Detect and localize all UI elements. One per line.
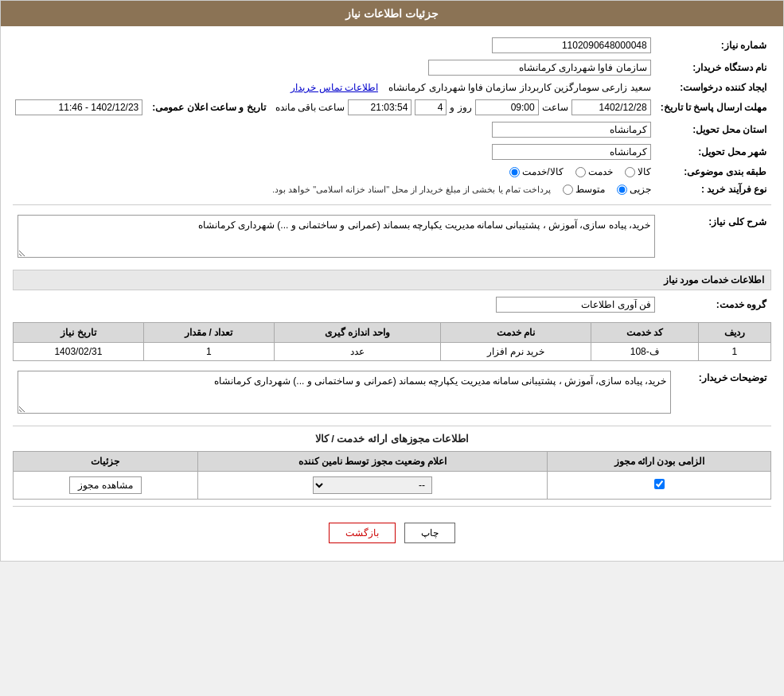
delivery-province-input[interactable] — [492, 122, 651, 138]
print-button[interactable]: چاپ — [404, 523, 455, 543]
permissions-table: الزامی بودن ارائه مجوز اعلام وضعیت مجوز … — [13, 451, 771, 500]
buyer-notes-row: توضیحات خریدار: خرید، پیاده سازی، آموزش … — [13, 367, 771, 419]
category-row: طبقه بندی موضوعی: کالا خدمت کالا/خدمت — [10, 163, 771, 181]
creator-value: سعید زارعی سومارگزین کاربرداز سازمان فاو… — [271, 79, 656, 96]
process-medium-label: متوسط — [575, 184, 605, 195]
back-button[interactable]: بازگشت — [329, 523, 396, 543]
col-unit: واحد اندازه گیری — [274, 323, 441, 343]
row-date: 1403/02/31 — [14, 343, 144, 361]
need-description-label: شرح کلی نیاز: — [660, 212, 771, 263]
view-permission-button[interactable]: مشاهده مجوز — [69, 476, 141, 494]
send-date-value: ساعت روز و ساعت باقی مانده — [271, 96, 656, 119]
send-days-input[interactable] — [415, 99, 447, 115]
perm-required-cell — [548, 472, 771, 500]
services-table-head: ردیف کد خدمت نام خدمت واحد اندازه گیری ت… — [14, 323, 771, 343]
service-group-row: گروه خدمت: — [13, 294, 771, 316]
process-note: پرداخت تمام یا بخشی از مبلغ خریدار از مح… — [272, 185, 551, 195]
category-goods-service-radio[interactable] — [509, 167, 520, 177]
col-name: نام خدمت — [441, 323, 591, 343]
col-row: ردیف — [698, 323, 770, 343]
row-number: 1 — [698, 343, 770, 361]
services-table-header-row: ردیف کد خدمت نام خدمت واحد اندازه گیری ت… — [14, 323, 771, 343]
permissions-row: -- مشاهده مجوز — [14, 472, 771, 500]
permissions-table-head: الزامی بودن ارائه مجوز اعلام وضعیت مجوز … — [14, 452, 771, 472]
send-date-input[interactable] — [571, 99, 651, 115]
process-value: جزیی متوسط پرداخت تمام یا بخشی از مبلغ خ… — [10, 181, 655, 198]
services-section-header: اطلاعات خدمات مورد نیاز — [13, 270, 771, 290]
col-quantity: تعداد / مقدار — [143, 323, 274, 343]
content-area: شماره نیاز: نام دستگاه خریدار: ایجاد کنن… — [1, 26, 783, 561]
category-goods-radio[interactable] — [625, 167, 635, 177]
divider-1 — [13, 204, 771, 205]
delivery-city-label: شهر محل تحویل: — [656, 141, 771, 163]
permissions-table-body: -- مشاهده مجوز — [14, 472, 771, 500]
process-row: نوع فرآیند خرید : جزیی متوسط پرداخت تمام… — [10, 181, 771, 198]
buyer-org-value — [271, 56, 656, 79]
announce-input[interactable] — [15, 99, 142, 115]
perm-status-cell: -- — [197, 472, 548, 500]
services-table: ردیف کد خدمت نام خدمت واحد اندازه گیری ت… — [13, 322, 771, 361]
process-medium-radio[interactable] — [563, 185, 573, 195]
category-service-radio[interactable] — [575, 167, 586, 177]
need-description-cell: خرید، پیاده سازی، آموزش ، پشتیبانی سامان… — [13, 212, 660, 263]
delivery-city-row: شهر محل تحویل: — [10, 141, 771, 163]
send-time-input[interactable] — [475, 99, 539, 115]
process-label: نوع فرآیند خرید : — [656, 181, 771, 198]
need-description-textarea[interactable]: خرید، پیاده سازی، آموزش ، پشتیبانی سامان… — [18, 215, 655, 258]
row-code: ف-108 — [591, 343, 698, 361]
category-goods-service-label: کالا/خدمت — [522, 166, 563, 177]
buyer-org-input[interactable] — [428, 60, 651, 76]
send-days-label: روز و — [450, 102, 471, 113]
creator-label: ایجاد کننده درخواست: — [656, 79, 771, 96]
buyer-notes-textarea[interactable]: خرید، پیاده سازی، آموزش ، پشتیبانی سامان… — [18, 371, 671, 414]
buyer-notes-label: توضیحات خریدار: — [676, 367, 771, 419]
delivery-city-input[interactable] — [492, 144, 651, 160]
perm-required-checkbox[interactable] — [654, 479, 665, 489]
process-medium-item[interactable]: متوسط — [563, 184, 605, 195]
category-goods-label: کالا — [638, 166, 651, 177]
delivery-city-value — [271, 141, 656, 163]
perm-status-select[interactable]: -- — [313, 476, 432, 494]
delivery-province-row: استان محل تحویل: — [10, 119, 771, 141]
category-goods-service-item[interactable]: کالا/خدمت — [509, 166, 563, 177]
perm-details-cell: مشاهده مجوز — [14, 472, 198, 500]
services-table-body: 1 ف-108 خرید نرم افزار عدد 1 1403/02/31 — [14, 343, 771, 361]
process-partial-radio[interactable] — [617, 185, 627, 195]
buyer-notes-table: توضیحات خریدار: خرید، پیاده سازی، آموزش … — [13, 367, 771, 419]
category-goods-item[interactable]: کالا — [625, 166, 651, 177]
need-number-label: شماره نیاز: — [656, 34, 771, 56]
process-partial-label: جزیی — [630, 184, 651, 195]
category-service-item[interactable]: خدمت — [575, 166, 613, 177]
category-label: طبقه بندی موضوعی: — [656, 163, 771, 181]
perm-col-required: الزامی بودن ارائه مجوز — [548, 452, 771, 472]
service-group-value — [13, 294, 660, 316]
need-description-row: شرح کلی نیاز: خرید، پیاده سازی، آموزش ، … — [13, 212, 771, 263]
permissions-header-row: الزامی بودن ارائه مجوز اعلام وضعیت مجوز … — [14, 452, 771, 472]
send-time-label: ساعت — [542, 102, 568, 113]
page-wrapper: جزئیات اطلاعات نیاز شماره نیاز: نام دستگ… — [0, 0, 784, 562]
divider-3 — [13, 506, 771, 507]
announce-label: تاریخ و ساعت اعلان عمومی: — [147, 96, 270, 119]
row-service-name: خرید نرم افزار — [441, 343, 591, 361]
delivery-province-label: استان محل تحویل: — [656, 119, 771, 141]
perm-col-status: اعلام وضعیت مجوز توسط نامین کننده — [197, 452, 548, 472]
page-header: جزئیات اطلاعات نیاز — [1, 1, 783, 26]
buyer-org-label: نام دستگاه خریدار: — [656, 56, 771, 79]
remaining-time-input[interactable] — [348, 99, 412, 115]
col-code: کد خدمت — [591, 323, 698, 343]
page-title: جزئیات اطلاعات نیاز — [345, 7, 439, 20]
need-number-input[interactable] — [492, 37, 651, 53]
delivery-province-value — [271, 119, 656, 141]
process-partial-item[interactable]: جزیی — [617, 184, 651, 195]
main-info-table: شماره نیاز: نام دستگاه خریدار: ایجاد کنن… — [10, 34, 771, 198]
service-group-input[interactable] — [496, 297, 655, 313]
creator-text: سعید زارعی سومارگزین کاربرداز سازمان فاو… — [388, 82, 650, 93]
remaining-time-label: ساعت باقی مانده — [275, 102, 345, 113]
divider-2 — [13, 426, 771, 426]
service-group-label: گروه خدمت: — [660, 294, 771, 316]
buyer-org-row: نام دستگاه خریدار: — [10, 56, 771, 79]
perm-col-details: جزئیات — [14, 452, 198, 472]
description-table: شرح کلی نیاز: خرید، پیاده سازی، آموزش ، … — [13, 212, 771, 263]
contact-link[interactable]: اطلاعات تماس خریدار — [291, 82, 378, 93]
row-unit: عدد — [274, 343, 441, 361]
